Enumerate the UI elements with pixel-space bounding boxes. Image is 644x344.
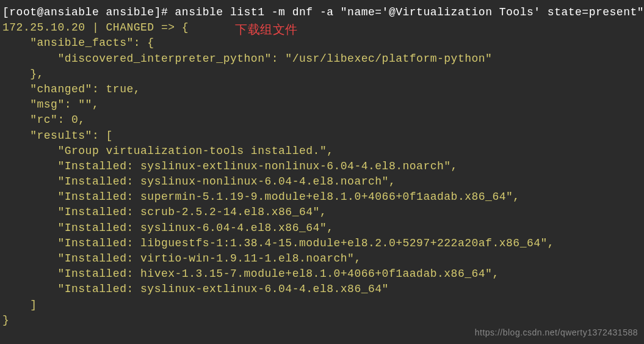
result-3: "Installed: supermin-5.1.19-9.module+el8…	[2, 191, 520, 203]
results-open: "results": [	[2, 130, 113, 142]
result-6: "Installed: libguestfs-1:1.38.4-15.modul…	[2, 237, 554, 249]
result-9: "Installed: syslinux-extlinux-6.04-4.el8…	[2, 283, 389, 295]
red-annotation: 下载组文件	[235, 21, 298, 38]
host-status: 172.25.10.20 | CHANGED => {	[2, 21, 189, 34]
rc-line: "rc": 0,	[2, 114, 85, 126]
changed-line: "changed": true,	[2, 83, 140, 95]
watermark-text: https://blog.csdn.net/qwerty1372431588	[475, 327, 638, 339]
result-1: "Installed: syslinux-extlinux-nonlinux-6…	[2, 160, 458, 172]
json-close: }	[2, 314, 9, 326]
results-close: ]	[2, 299, 37, 311]
terminal-output[interactable]: [root@ansiable ansible]# ansible list1 -…	[2, 5, 642, 328]
shell-prompt: [root@ansiable ansible]#	[2, 6, 175, 18]
result-7: "Installed: virtio-win-1.9.11-1.el8.noar…	[2, 252, 361, 265]
ansible-facts-close: },	[2, 68, 44, 80]
result-4: "Installed: scrub-2.5.2-14.el8.x86_64",	[2, 206, 327, 218]
result-0: "Group virtualization-tools installed.",	[2, 145, 333, 157]
ansible-facts-open: "ansible_facts": {	[2, 37, 154, 49]
result-8: "Installed: hivex-1.3.15-7.module+el8.1.…	[2, 268, 499, 280]
interpreter-line: "discovered_interpreter_python": "/usr/l…	[2, 53, 492, 65]
result-2: "Installed: syslinux-nonlinux-6.04-4.el8…	[2, 175, 396, 188]
msg-line: "msg": "",	[2, 98, 99, 111]
result-5: "Installed: syslinux-6.04-4.el8.x86_64",	[2, 222, 333, 234]
command-line: ansible list1 -m dnf -a "name='@Virtuali…	[175, 6, 644, 18]
